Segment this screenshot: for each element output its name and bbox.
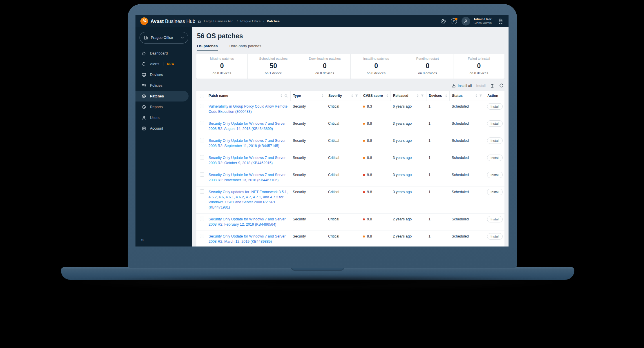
stat-sub: on 1 device bbox=[248, 71, 299, 75]
install-button[interactable]: Install bbox=[487, 103, 503, 110]
tabs: OS patches Third-party patches bbox=[196, 44, 504, 51]
tab-os-patches[interactable]: OS patches bbox=[197, 44, 218, 51]
refresh-icon[interactable] bbox=[499, 83, 504, 88]
patch-devices: 1 bbox=[426, 135, 449, 147]
patch-name-link[interactable]: Security Only Update for Windows 7 and S… bbox=[209, 234, 288, 244]
sidebar-item-devices[interactable]: Devices bbox=[135, 69, 192, 80]
stat-label: Scheduled patches bbox=[248, 57, 299, 60]
sort-icon[interactable] bbox=[322, 94, 323, 97]
patch-name-link[interactable]: Security Only Update for Windows 7 and S… bbox=[209, 173, 288, 183]
breadcrumb: Large Business Acc. / Prague Office / Pa… bbox=[198, 19, 280, 23]
table-row: Security Only Update for Windows 7 and S… bbox=[196, 169, 504, 186]
select-all-checkbox[interactable] bbox=[200, 94, 204, 98]
filter-icon[interactable] bbox=[355, 94, 358, 97]
patch-status: Scheduled bbox=[449, 152, 485, 164]
filter-icon[interactable] bbox=[479, 94, 482, 97]
column-header-severity[interactable]: Severity bbox=[328, 94, 342, 98]
sidebar-item-patches[interactable]: Patches bbox=[135, 91, 189, 102]
patch-status: Scheduled bbox=[449, 231, 485, 243]
sidebar-item-account[interactable]: Account bbox=[135, 123, 192, 134]
sort-icon[interactable] bbox=[475, 94, 477, 97]
patch-name-link[interactable]: Security Only updates for .NET Framework… bbox=[209, 190, 288, 210]
row-checkbox[interactable] bbox=[200, 189, 204, 194]
row-checkbox[interactable] bbox=[200, 138, 204, 142]
company-switcher-icon[interactable] bbox=[498, 18, 504, 24]
patch-type: Security bbox=[290, 231, 326, 243]
sidebar-item-users[interactable]: Users bbox=[135, 112, 192, 123]
help-icon[interactable] bbox=[451, 18, 457, 24]
patch-name-link[interactable]: Vulnerability in Group Policy Could Allo… bbox=[209, 104, 288, 114]
row-height-icon[interactable] bbox=[490, 84, 495, 88]
column-header-status[interactable]: Status bbox=[452, 94, 463, 98]
sort-icon[interactable] bbox=[281, 94, 282, 97]
avatar[interactable] bbox=[462, 17, 470, 26]
cvss-dot bbox=[363, 191, 365, 193]
row-checkbox[interactable] bbox=[200, 104, 204, 108]
install-button[interactable]: Install bbox=[487, 137, 503, 144]
sidebar-item-policies[interactable]: Policies bbox=[135, 80, 192, 91]
search-icon[interactable] bbox=[284, 94, 288, 98]
stat-sub: on 0 devices bbox=[402, 71, 453, 75]
brand: Avast Business Hub bbox=[140, 17, 193, 25]
breadcrumb-item[interactable]: Large Business Acc. bbox=[204, 19, 234, 23]
sidebar-item-alerts[interactable]: Alerts NEW bbox=[135, 59, 192, 69]
stat-label: Downloading patches bbox=[299, 57, 350, 60]
patch-name-link[interactable]: Security Only Update for Windows 7 and S… bbox=[209, 217, 288, 227]
home-icon[interactable] bbox=[198, 19, 201, 23]
table-toolbar: Install all Install bbox=[197, 83, 504, 88]
filter-icon[interactable] bbox=[421, 94, 424, 97]
install-button[interactable]: Install bbox=[487, 233, 503, 240]
gear-icon[interactable] bbox=[441, 19, 446, 24]
column-header-released[interactable]: Released bbox=[393, 94, 408, 98]
cvss-dot bbox=[363, 140, 365, 142]
column-header-cvss[interactable]: CVSS score bbox=[363, 94, 383, 98]
sort-icon[interactable] bbox=[351, 94, 353, 97]
collapse-sidebar-icon[interactable]: « bbox=[141, 237, 144, 243]
cvss-dot bbox=[363, 157, 365, 159]
row-checkbox[interactable] bbox=[200, 121, 204, 125]
row-checkbox[interactable] bbox=[200, 217, 204, 221]
stat-sub: on 0 devices bbox=[351, 71, 402, 75]
install-all-button[interactable]: Install all bbox=[451, 84, 472, 88]
row-checkbox[interactable] bbox=[200, 155, 204, 160]
row-checkbox[interactable] bbox=[200, 234, 204, 238]
install-button[interactable]: Install bbox=[487, 189, 503, 195]
row-checkbox[interactable] bbox=[200, 172, 204, 177]
app-window: Avast Business Hub Large Business Acc. /… bbox=[135, 15, 509, 246]
column-header-patch-name[interactable]: Patch name bbox=[209, 94, 228, 98]
patch-released: 3 years ago bbox=[390, 152, 426, 164]
download-icon bbox=[451, 84, 456, 88]
install-button[interactable]: Install bbox=[487, 120, 503, 127]
org-selector-label: Prague Office bbox=[151, 36, 173, 40]
patch-name-link[interactable]: Security Only Update for Windows 7 and S… bbox=[209, 138, 288, 148]
user-name: Admin User bbox=[474, 17, 492, 21]
stat-card-item: Missing patches 0 on 0 devices bbox=[196, 54, 247, 79]
patch-devices: 1 bbox=[426, 186, 449, 198]
tab-third-party-patches[interactable]: Third-party patches bbox=[229, 44, 261, 51]
sort-icon[interactable] bbox=[445, 94, 447, 97]
patch-name-link[interactable]: Security Only Update for Windows 7 and S… bbox=[209, 121, 288, 131]
patch-devices: 1 bbox=[426, 231, 449, 243]
new-badge: NEW bbox=[164, 62, 174, 66]
sidebar-item-dashboard[interactable]: Dashboard bbox=[135, 48, 192, 59]
patch-severity: Critical bbox=[326, 135, 361, 147]
patch-released: 3 years ago bbox=[390, 118, 426, 130]
patch-name-link[interactable]: Security Only Update for Windows 7 and S… bbox=[209, 155, 288, 166]
org-selector[interactable]: Prague Office bbox=[140, 32, 188, 44]
patch-type: Security bbox=[290, 118, 326, 130]
sidebar-item-reports[interactable]: Reports bbox=[135, 102, 192, 112]
column-header-devices[interactable]: Devices bbox=[429, 94, 442, 98]
install-button-toolbar[interactable]: Install bbox=[476, 84, 486, 88]
install-button[interactable]: Install bbox=[487, 216, 503, 222]
sort-icon[interactable] bbox=[417, 94, 419, 97]
cvss-value: 9.8 bbox=[367, 173, 372, 178]
sidebar-item-label: Devices bbox=[150, 73, 163, 77]
column-header-type[interactable]: Type bbox=[293, 94, 301, 98]
breadcrumb-item[interactable]: Prague Office bbox=[240, 19, 261, 23]
patch-severity: Critical bbox=[326, 169, 361, 181]
patches-table: Patch name Type Severity bbox=[196, 91, 504, 246]
install-button[interactable]: Install bbox=[487, 155, 503, 161]
sort-icon[interactable] bbox=[386, 94, 388, 97]
user-info[interactable]: Admin User Global Admin bbox=[474, 17, 492, 25]
install-button[interactable]: Install bbox=[487, 172, 503, 178]
